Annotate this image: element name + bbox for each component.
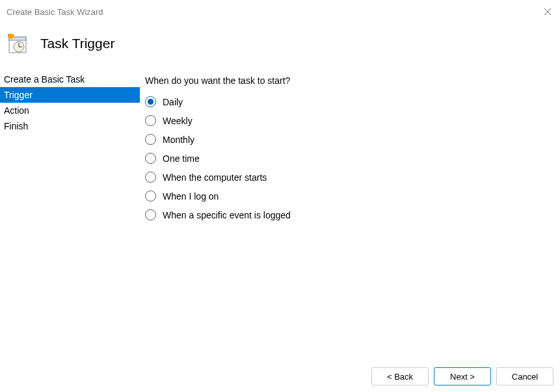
radio-option-weekly[interactable]: Weekly [145,115,547,126]
sidebar: Create a Basic Task Trigger Action Finis… [0,72,140,351]
cancel-button[interactable]: Cancel [496,367,553,385]
radio-label: Weekly [163,116,193,126]
content-area: Create a Basic Task Trigger Action Finis… [0,72,560,351]
radio-icon [145,190,156,202]
radio-icon [145,115,156,126]
wizard-header: Task Trigger [0,21,560,72]
trigger-question: When do you want the task to start? [145,75,547,86]
page-title: Task Trigger [40,36,114,51]
radio-option-monthly[interactable]: Monthly [145,134,547,145]
window-title: Create Basic Task Wizard [7,7,103,17]
radio-option-computer-starts[interactable]: When the computer starts [145,172,547,183]
back-button[interactable]: < Back [371,367,429,385]
sidebar-item-create-basic-task[interactable]: Create a Basic Task [0,72,140,87]
radio-option-daily[interactable]: Daily [145,96,547,107]
radio-icon [145,153,156,164]
sidebar-item-trigger[interactable]: Trigger [0,87,140,103]
next-button[interactable]: Next > [434,367,491,385]
titlebar: Create Basic Task Wizard [0,0,560,21]
radio-label: Daily [163,97,183,107]
radio-label: Monthly [163,135,194,145]
radio-icon [145,96,156,107]
radio-icon [145,134,156,145]
sidebar-item-finish[interactable]: Finish [0,118,140,134]
radio-icon [145,209,156,220]
radio-label: When I log on [163,191,219,202]
wizard-footer: < Back Next > Cancel [371,367,553,385]
sidebar-item-action[interactable]: Action [0,103,140,118]
radio-option-event-logged[interactable]: When a specific event is logged [145,209,547,220]
radio-label: One time [163,153,200,164]
main-panel: When do you want the task to start? Dail… [140,72,560,351]
radio-label: When the computer starts [163,172,267,183]
radio-option-log-on[interactable]: When I log on [145,190,547,202]
radio-icon [145,172,156,183]
radio-option-one-time[interactable]: One time [145,153,547,164]
close-icon[interactable] [543,7,552,16]
clock-task-icon [7,33,29,55]
radio-label: When a specific event is logged [163,210,291,220]
